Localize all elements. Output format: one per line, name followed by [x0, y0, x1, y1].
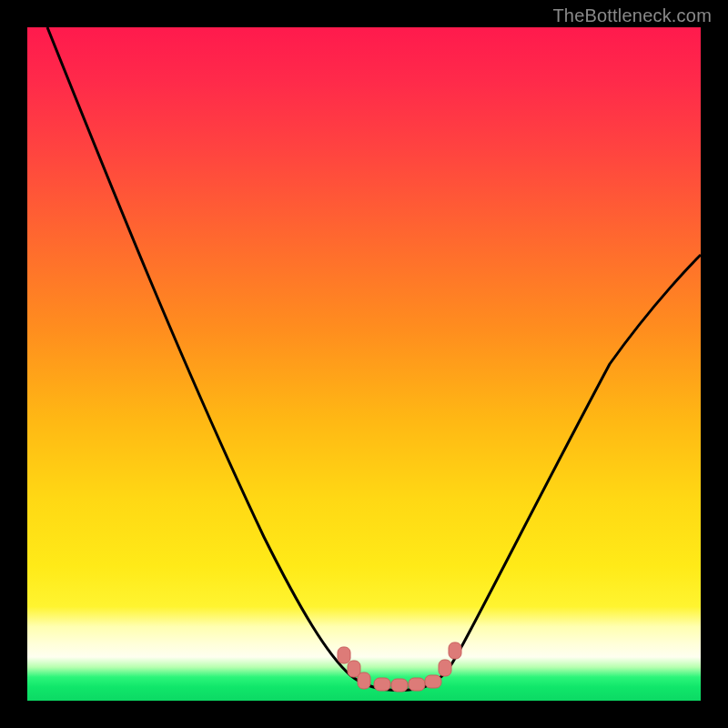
marker-dot — [425, 675, 441, 688]
marker-dot — [374, 678, 390, 691]
marker-dot — [391, 679, 408, 692]
marker-dot — [338, 647, 350, 663]
plot-area — [27, 27, 701, 701]
watermark-text: TheBottleneck.com — [552, 5, 712, 26]
marker-cluster — [338, 642, 461, 692]
marker-dot — [358, 672, 370, 689]
bottleneck-curve — [47, 27, 701, 690]
curve-layer — [27, 27, 701, 701]
marker-dot — [409, 678, 425, 691]
marker-dot — [449, 642, 461, 659]
outer-frame: TheBottleneck.com — [0, 0, 728, 728]
marker-dot — [439, 660, 451, 676]
